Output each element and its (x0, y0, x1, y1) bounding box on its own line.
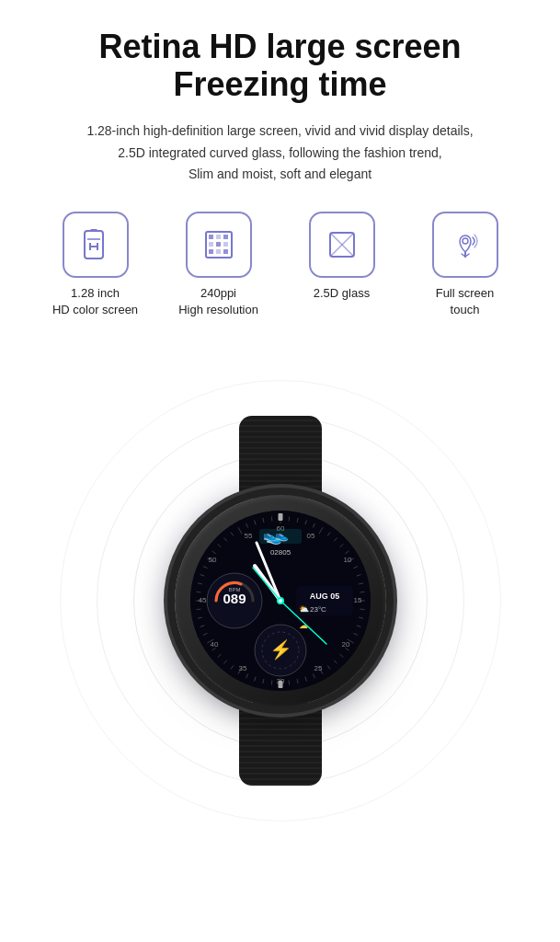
svg-line-77 (200, 574, 204, 576)
svg-line-83 (230, 532, 233, 535)
svg-text:10: 10 (343, 556, 351, 564)
feature-icon-hd-screen (63, 212, 129, 278)
svg-line-32 (304, 520, 306, 524)
svg-text:👟: 👟 (275, 528, 289, 542)
strap-top (239, 416, 322, 499)
svg-text:02805: 02805 (269, 548, 291, 557)
svg-line-35 (327, 532, 330, 535)
svg-line-55 (313, 673, 314, 678)
hand-touch-icon (447, 226, 484, 263)
svg-line-31 (297, 518, 298, 523)
svg-line-76 (198, 582, 202, 583)
svg-text:45: 45 (198, 596, 206, 604)
svg-line-38 (345, 550, 349, 553)
feature-label-touch: Full screen touch (436, 285, 495, 318)
svg-line-85 (246, 523, 247, 528)
svg-line-82 (223, 537, 226, 541)
svg-rect-10 (209, 242, 213, 247)
svg-rect-9 (223, 235, 228, 239)
main-title: Retina HD large screen Freezing time (18, 28, 542, 104)
feature-icon-glass (309, 212, 375, 278)
feature-hd-screen: 1.28 inch HD color screen (45, 212, 146, 318)
svg-line-117 (253, 568, 280, 601)
feature-icon-high-res (186, 212, 252, 278)
svg-line-33 (313, 523, 314, 528)
svg-line-43 (360, 592, 364, 592)
svg-text:AUG 05: AUG 05 (309, 592, 339, 601)
svg-line-45 (360, 609, 364, 610)
svg-line-34 (319, 527, 323, 534)
svg-line-80 (211, 550, 215, 553)
svg-point-19 (463, 238, 468, 244)
svg-rect-101 (278, 513, 282, 521)
feature-label-hd-screen: 1.28 inch HD color screen (52, 285, 138, 318)
svg-rect-0 (85, 231, 103, 258)
svg-text:25: 25 (314, 664, 322, 672)
svg-rect-8 (216, 235, 221, 239)
svg-point-119 (279, 599, 282, 603)
svg-line-58 (289, 680, 290, 684)
svg-line-40 (353, 566, 358, 568)
watch-case: 👟 ☁ (175, 495, 386, 706)
svg-line-71 (200, 625, 204, 626)
svg-line-67 (217, 654, 221, 657)
feature-label-glass: 2.5D glass (314, 285, 370, 302)
svg-line-30 (289, 516, 290, 521)
strap-bottom (239, 703, 322, 786)
svg-text:20: 20 (341, 640, 349, 649)
svg-line-37 (339, 544, 343, 546)
svg-text:50: 50 (208, 556, 216, 564)
svg-line-46 (359, 617, 363, 618)
svg-text:05: 05 (306, 532, 314, 540)
svg-rect-102 (278, 681, 282, 688)
diamond-glass-icon (324, 226, 360, 263)
svg-rect-1 (90, 229, 97, 232)
svg-text:40: 40 (210, 640, 218, 649)
svg-rect-7 (209, 235, 213, 239)
svg-rect-12 (223, 242, 228, 247)
svg-line-60 (271, 680, 272, 684)
svg-line-86 (254, 520, 256, 524)
svg-line-66 (223, 660, 226, 663)
watch-body: 👟 ☁ (147, 389, 414, 812)
svg-line-65 (230, 665, 233, 669)
feature-icon-touch (432, 212, 498, 278)
watch-section: 👟 ☁ (18, 352, 542, 849)
svg-line-41 (356, 574, 360, 576)
svg-rect-11 (216, 242, 221, 247)
svg-line-87 (262, 518, 263, 523)
svg-text:23°C: 23°C (310, 605, 326, 614)
subtitle-text: 1.28-inch high-definition large screen, … (18, 121, 542, 186)
feature-touch: Full screen touch (415, 212, 516, 318)
svg-line-36 (334, 537, 337, 541)
ticks-detail-svg: 60 05 10 15 20 25 30 35 40 45 50 55 (190, 511, 371, 691)
feature-label-high-res: 240ppi High resolution (178, 285, 258, 318)
svg-text:35: 35 (238, 664, 246, 672)
page-wrapper: Retina HD large screen Freezing time 1.2… (0, 0, 560, 867)
svg-line-47 (356, 625, 360, 626)
features-row: 1.28 inch HD color screen (18, 212, 542, 318)
svg-line-48 (353, 633, 358, 635)
svg-line-52 (334, 660, 337, 663)
svg-rect-13 (209, 249, 213, 254)
svg-line-56 (304, 676, 306, 681)
title-line1: Retina HD large screen (98, 28, 461, 65)
svg-line-70 (202, 633, 207, 635)
svg-line-78 (202, 566, 207, 568)
svg-line-88 (271, 516, 272, 521)
title-line2: Freezing time (173, 65, 386, 103)
svg-line-63 (246, 673, 247, 678)
svg-line-75 (196, 592, 200, 592)
svg-line-84 (238, 527, 242, 534)
feature-high-res: 240ppi High resolution (168, 212, 269, 318)
feature-glass: 2.5D glass (291, 212, 393, 302)
svg-line-72 (198, 617, 202, 618)
svg-line-62 (254, 676, 256, 681)
svg-line-73 (196, 609, 200, 610)
svg-text:15: 15 (353, 596, 361, 604)
svg-rect-14 (216, 249, 221, 254)
svg-text:⚡: ⚡ (269, 638, 291, 661)
svg-text:⛅: ⛅ (299, 603, 310, 615)
watch-face: 👟 ☁ (190, 511, 371, 691)
svg-line-51 (339, 654, 343, 657)
